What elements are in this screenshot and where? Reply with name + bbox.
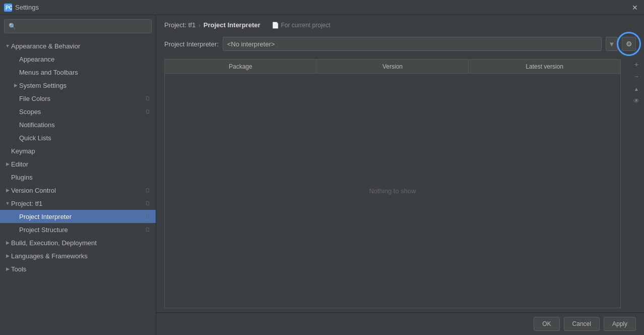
sidebar-item-label: Scopes <box>19 108 144 116</box>
sidebar-item-tools[interactable]: ▶Tools <box>0 262 156 275</box>
interpreter-label: Project Interpreter: <box>164 40 219 48</box>
for-current-project-label: 📄 For current project <box>272 22 331 29</box>
doc-icon: 📄 <box>272 22 279 29</box>
add-package-button[interactable]: ＋ <box>631 59 642 70</box>
page-icon: 🗋 <box>144 226 152 234</box>
breadcrumb: Project: tf1 › Project Interpreter 📄 For… <box>156 15 644 33</box>
sidebar-item-label: Tools <box>11 265 152 273</box>
search-icon: 🔍 <box>9 23 16 30</box>
sidebar-item-appearance-behavior[interactable]: ▼Appearance & Behavior <box>0 39 156 52</box>
sidebar-item-label: Appearance & Behavior <box>11 42 152 50</box>
cancel-button[interactable]: Cancel <box>564 317 600 331</box>
column-version: Version <box>317 60 469 73</box>
arrow-icon: ▶ <box>12 82 19 89</box>
empty-message: Nothing to show <box>369 187 416 195</box>
page-icon: 🗋 <box>144 186 152 194</box>
table-body-empty: Nothing to show <box>165 74 620 308</box>
sidebar-item-quick-lists[interactable]: Quick Lists <box>0 131 156 144</box>
side-buttons: ＋ － ▲ 👁 <box>629 55 644 312</box>
sidebar-item-label: Appearance <box>19 55 152 63</box>
breadcrumb-parent: Project: tf1 <box>164 21 196 29</box>
arrow-icon: ▼ <box>4 42 11 49</box>
sidebar-item-label: Languages & Frameworks <box>11 252 152 260</box>
column-package: Package <box>165 60 317 73</box>
table-with-buttons: Package Version Latest version Nothing t… <box>156 55 644 312</box>
interpreter-row: Project Interpreter: <No interpreter> ▼ … <box>156 33 644 55</box>
breadcrumb-separator: › <box>199 22 201 28</box>
sidebar-item-build-execution[interactable]: ▶Build, Execution, Deployment <box>0 236 156 249</box>
sidebar-item-menus-toolbars[interactable]: Menus and Toolbars <box>0 66 156 79</box>
title-bar: PC Settings ✕ <box>0 0 644 15</box>
arrow-icon: ▶ <box>4 187 11 194</box>
up-button[interactable]: ▲ <box>631 83 642 94</box>
sidebar-item-project-structure[interactable]: Project Structure🗋 <box>0 223 156 236</box>
sidebar-item-editor[interactable]: ▶Editor <box>0 157 156 171</box>
svg-text:PC: PC <box>6 5 12 11</box>
arrow-icon: ▶ <box>4 252 11 259</box>
sidebar-item-languages-frameworks[interactable]: ▶Languages & Frameworks <box>0 249 156 262</box>
sidebar-item-label: Project Interpreter <box>19 213 144 220</box>
gear-icon: ⚙ <box>626 40 632 48</box>
arrow-icon: ▶ <box>4 160 11 167</box>
content-area: Project: tf1 › Project Interpreter 📄 For… <box>156 15 644 335</box>
sidebar-item-label: System Settings <box>19 82 152 89</box>
packages-table: Package Version Latest version Nothing t… <box>164 59 621 308</box>
page-icon: 🗋 <box>144 212 152 220</box>
column-latest-version: Latest version <box>469 60 620 73</box>
page-icon: 🗋 <box>144 107 152 116</box>
sidebar-item-label: Build, Execution, Deployment <box>11 239 152 247</box>
window-title: Settings <box>15 4 630 11</box>
sidebar-item-appearance[interactable]: Appearance <box>0 52 156 66</box>
sidebar-item-system-settings[interactable]: ▶System Settings <box>0 79 156 92</box>
sidebar-item-label: Keymap <box>11 147 152 155</box>
app-icon: PC <box>4 4 12 12</box>
sidebar-item-label: Project Structure <box>19 226 144 234</box>
sidebar-item-label: File Colors <box>19 95 144 102</box>
sidebar-item-project-interpreter[interactable]: Project Interpreter🗋 <box>0 210 156 223</box>
interpreter-gear-button[interactable]: ⚙ <box>622 37 636 51</box>
remove-package-button[interactable]: － <box>631 71 642 82</box>
sidebar-item-label: Plugins <box>11 174 152 181</box>
sidebar-item-label: Notifications <box>19 121 152 129</box>
page-icon: 🗋 <box>144 199 152 207</box>
sidebar-item-keymap[interactable]: Keymap <box>0 144 156 157</box>
search-box[interactable]: 🔍 <box>4 19 152 33</box>
sidebar-item-version-control[interactable]: ▶Version Control🗋 <box>0 184 156 197</box>
sidebar-item-scopes[interactable]: Scopes🗋 <box>0 105 156 118</box>
interpreter-dropdown-arrow[interactable]: ▼ <box>606 37 618 51</box>
sidebar-item-label: Version Control <box>11 187 144 194</box>
sidebar-item-label: Project: tf1 <box>11 200 144 207</box>
main-layout: 🔍 ▼Appearance & BehaviorAppearanceMenus … <box>0 15 644 335</box>
sidebar-item-plugins[interactable]: Plugins <box>0 171 156 184</box>
sidebar-item-label: Editor <box>11 160 152 168</box>
dropdown-arrow-icon: ▼ <box>609 40 615 48</box>
sidebar-item-file-colors[interactable]: File Colors🗋 <box>0 92 156 105</box>
page-icon: 🗋 <box>144 94 152 102</box>
table-header: Package Version Latest version <box>165 60 620 74</box>
arrow-icon: ▶ <box>4 239 11 246</box>
bottom-buttons: OK Cancel Apply <box>156 312 644 335</box>
ok-button[interactable]: OK <box>534 317 559 331</box>
sidebar-item-notifications[interactable]: Notifications <box>0 118 156 131</box>
arrow-icon: ▶ <box>4 265 11 272</box>
sidebar-item-label: Menus and Toolbars <box>19 69 152 76</box>
breadcrumb-current: Project Interpreter <box>204 21 261 29</box>
sidebar-item-project-tf1[interactable]: ▼Project: tf1🗋 <box>0 197 156 210</box>
sidebar-item-label: Quick Lists <box>19 134 152 142</box>
eye-button[interactable]: 👁 <box>631 95 642 106</box>
apply-button[interactable]: Apply <box>604 317 636 331</box>
interpreter-dropdown[interactable]: <No interpreter> <box>223 37 602 51</box>
tree-container: ▼Appearance & BehaviorAppearanceMenus an… <box>0 37 156 335</box>
sidebar: 🔍 ▼Appearance & BehaviorAppearanceMenus … <box>0 15 156 335</box>
close-button[interactable]: ✕ <box>630 3 640 13</box>
arrow-icon: ▼ <box>4 200 11 207</box>
